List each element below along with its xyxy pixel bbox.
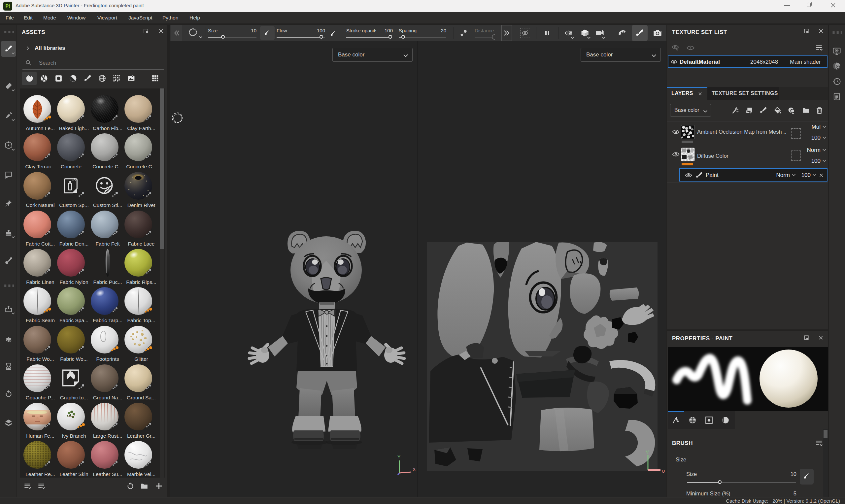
svg-text:Y: Y	[397, 454, 401, 460]
svg-text:U: U	[662, 469, 665, 474]
svg-text:X: X	[413, 467, 416, 472]
svg-text:1: 1	[689, 46, 691, 50]
svg-text:V: V	[646, 450, 649, 454]
